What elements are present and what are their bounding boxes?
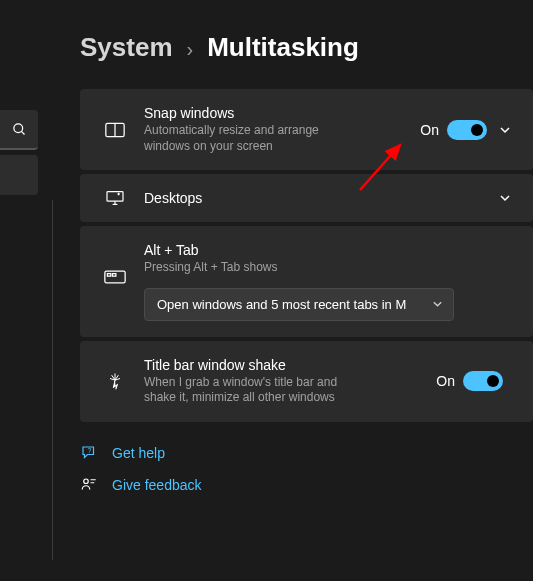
svg-rect-10 xyxy=(107,274,110,277)
snap-windows-icon xyxy=(105,122,125,138)
window-shake-title: Title bar window shake xyxy=(144,357,426,373)
content-area: System › Multitasking Snap windows Autom… xyxy=(80,32,533,508)
nav-active-item[interactable] xyxy=(0,155,38,195)
window-shake-status: On xyxy=(436,373,455,389)
give-feedback-link[interactable]: Give feedback xyxy=(80,476,533,494)
chevron-down-icon xyxy=(499,192,511,204)
window-shake-panel: Title bar window shake When I grab a win… xyxy=(80,341,533,422)
snap-windows-panel[interactable]: Snap windows Automatically resize and ar… xyxy=(80,89,533,170)
breadcrumb: System › Multitasking xyxy=(80,32,533,63)
search-button[interactable] xyxy=(0,110,38,150)
give-feedback-label: Give feedback xyxy=(112,477,202,493)
snap-windows-title: Snap windows xyxy=(144,105,410,121)
svg-text:?: ? xyxy=(88,447,92,454)
desktops-panel[interactable]: Desktops xyxy=(80,174,533,222)
svg-line-1 xyxy=(21,131,24,134)
help-icon: ? xyxy=(80,444,98,462)
chevron-right-icon: › xyxy=(187,38,194,61)
alt-tab-panel: Alt + Tab Pressing Alt + Tab shows Open … xyxy=(80,226,533,337)
svg-point-0 xyxy=(13,123,22,132)
alt-tab-dropdown-value: Open windows and 5 most recent tabs in M xyxy=(157,297,406,312)
svg-point-13 xyxy=(84,479,89,484)
svg-rect-4 xyxy=(107,192,123,202)
expand-button[interactable] xyxy=(497,122,513,138)
snap-windows-subtitle: Automatically resize and arrange windows… xyxy=(144,123,324,154)
chevron-down-icon xyxy=(499,124,511,136)
section-divider xyxy=(52,200,53,560)
get-help-link[interactable]: ? Get help xyxy=(80,444,533,462)
snap-windows-toggle[interactable] xyxy=(447,120,487,140)
snap-windows-status: On xyxy=(420,122,439,138)
window-shake-icon xyxy=(105,371,125,391)
search-icon xyxy=(12,122,27,137)
window-shake-toggle[interactable] xyxy=(463,371,503,391)
desktops-icon xyxy=(105,190,125,206)
window-shake-subtitle: When I grab a window's title bar and sha… xyxy=(144,375,364,406)
expand-button[interactable] xyxy=(497,190,513,206)
alt-tab-icon xyxy=(104,270,126,284)
feedback-icon xyxy=(80,476,98,494)
alt-tab-subtitle: Pressing Alt + Tab shows xyxy=(144,260,384,276)
alt-tab-title: Alt + Tab xyxy=(144,242,503,258)
alt-tab-dropdown[interactable]: Open windows and 5 most recent tabs in M xyxy=(144,288,454,321)
get-help-label: Get help xyxy=(112,445,165,461)
breadcrumb-current: Multitasking xyxy=(207,32,359,63)
svg-rect-11 xyxy=(112,274,115,277)
left-rail xyxy=(0,0,38,581)
footer-links: ? Get help Give feedback xyxy=(80,444,533,494)
chevron-down-icon xyxy=(432,299,443,310)
desktops-title: Desktops xyxy=(144,190,487,206)
breadcrumb-parent[interactable]: System xyxy=(80,32,173,63)
svg-rect-9 xyxy=(105,271,125,283)
